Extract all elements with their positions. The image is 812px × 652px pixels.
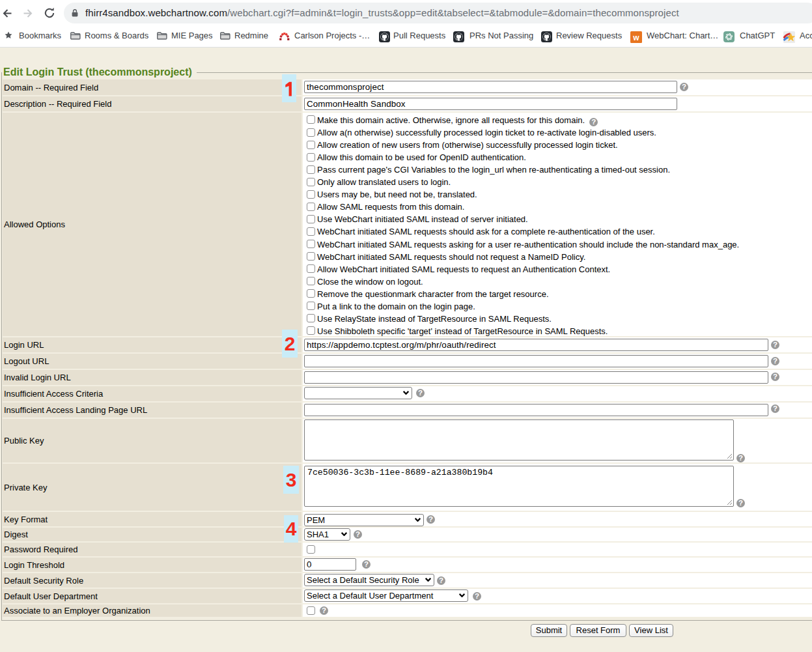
svg-text:w: w bbox=[632, 33, 639, 42]
